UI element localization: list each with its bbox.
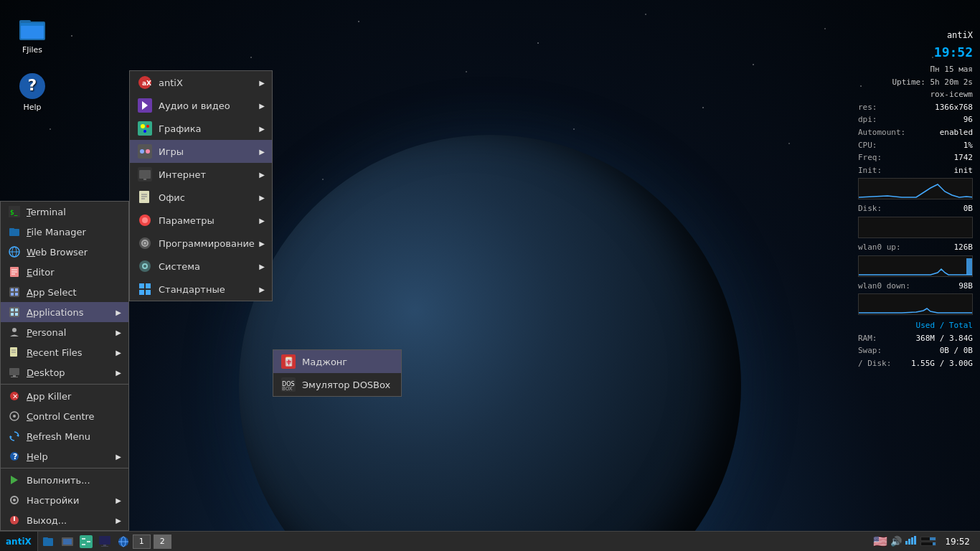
- svg-rect-73: [139, 283, 144, 288]
- graphics-icon: [137, 121, 153, 136]
- svg-rect-19: [11, 288, 14, 291]
- help-icon: ?: [18, 72, 47, 100]
- svg-marker-43: [11, 476, 18, 484]
- dosbox-icon: DOSBOX: [281, 377, 296, 392]
- standard-icon: [137, 281, 153, 297]
- cpu-graph: [858, 178, 973, 199]
- app-select-icon: [8, 286, 21, 298]
- menu-separator-1: [1, 384, 128, 385]
- svg-rect-32: [9, 368, 19, 375]
- sysinfo-init: Init: init: [858, 164, 973, 177]
- menu-item-logout[interactable]: Выход... ▶: [1, 510, 128, 530]
- submenu-item-internet[interactable]: Интернет ▶: [130, 163, 272, 186]
- submenu-item-graphics[interactable]: Графика ▶: [130, 117, 272, 140]
- submenu-item-params[interactable]: Параметры ▶: [130, 209, 272, 232]
- menu-item-app-killer[interactable]: ✕ App Killer: [1, 386, 128, 406]
- help-menu-icon: ?: [8, 450, 21, 463]
- svg-text:$_: $_: [10, 209, 18, 216]
- svg-rect-10: [9, 228, 14, 231]
- submenu-item-system[interactable]: Система ▶: [130, 255, 272, 278]
- menu-item-settings[interactable]: Настройки ▶: [1, 490, 128, 510]
- menu-separator-2: [1, 468, 128, 468]
- sysinfo-dpi: dpi: 96: [858, 113, 973, 126]
- taskbar-network-icon[interactable]: [905, 535, 918, 547]
- sysinfo-date: Пн 15 мая: [858, 63, 973, 76]
- svg-rect-24: [11, 309, 14, 311]
- menu-item-desktop[interactable]: Desktop ▶: [1, 362, 128, 382]
- desktop-menu-arrow: ▶: [116, 369, 121, 377]
- graphics-arrow: ▶: [259, 125, 265, 133]
- sysinfo-uptime: Uptime: 5h 20m 2s: [858, 76, 973, 89]
- taskbar-flag[interactable]: 🇺🇸: [873, 534, 887, 548]
- applications-arrow: ▶: [116, 309, 121, 316]
- taskbar: antiX 1 2 🇺🇸: [0, 531, 980, 551]
- taskbar-workspace-1[interactable]: 1: [133, 534, 151, 549]
- menu-item-recent-files[interactable]: Recent Files ▶: [1, 342, 128, 362]
- taskbar-icon-monitor[interactable]: [97, 534, 113, 550]
- games-submenu: 🀄 Маджонг DOSBOX Эмулятор DOSBox: [273, 349, 402, 397]
- sysinfo-time: 19:52: [858, 42, 973, 63]
- terminal-icon: $_: [8, 205, 21, 218]
- taskbar-quick-launch: [41, 534, 131, 550]
- menu-item-file-manager[interactable]: File Manager: [1, 222, 128, 242]
- control-centre-icon: [8, 410, 21, 423]
- menu-item-personal[interactable]: Personal ▶: [1, 322, 128, 342]
- submenu-item-games[interactable]: Игры ▶: [130, 140, 272, 163]
- games-icon: [137, 143, 153, 159]
- personal-icon: [8, 326, 21, 339]
- submenu-item-programming[interactable]: Программирование ▶: [130, 232, 272, 255]
- menu-item-control-centre[interactable]: Control Centre: [1, 406, 128, 426]
- antix-arrow: ▶: [259, 79, 265, 87]
- taskbar-start-button[interactable]: antiX: [0, 532, 38, 551]
- programming-arrow: ▶: [259, 240, 265, 248]
- office-arrow: ▶: [259, 194, 265, 202]
- taskbar-workspace-2[interactable]: 2: [154, 534, 171, 549]
- submenu-item-standard[interactable]: Стандартные ▶: [130, 278, 272, 301]
- svg-rect-60: [139, 170, 151, 179]
- desktop-icon-help[interactable]: ? Help: [7, 72, 57, 112]
- submenu-item-office[interactable]: Офис ▶: [130, 186, 272, 209]
- svg-point-45: [13, 499, 16, 501]
- sysinfo-wlan-down: wlan0 down: 98B: [858, 280, 973, 293]
- taskbar-icon-files[interactable]: [41, 534, 57, 550]
- submenu-item-antix[interactable]: aX antiX ▶: [130, 71, 272, 94]
- svg-rect-27: [15, 313, 18, 316]
- menu-item-editor[interactable]: Editor: [1, 262, 128, 282]
- menu-item-run[interactable]: Выполнить...: [1, 470, 128, 490]
- sysinfo-wlan-up: wlan0 up: 126B: [858, 241, 973, 254]
- sysinfo-automount: Automount: enabled: [858, 126, 973, 139]
- games-submenu-item-mahjong[interactable]: 🀄 Маджонг: [273, 350, 401, 373]
- applications-icon: [8, 306, 21, 319]
- menu-item-help[interactable]: ? Help ▶: [1, 446, 128, 466]
- taskbar-icon-config[interactable]: [78, 534, 94, 550]
- web-browser-icon: [8, 245, 21, 258]
- menu-item-web-browser[interactable]: Web Browser: [1, 242, 128, 262]
- run-icon: [8, 474, 21, 486]
- menu-item-refresh-menu[interactable]: Refresh Menu: [1, 426, 128, 446]
- sysinfo-freq: Freq: 1742: [858, 151, 973, 164]
- logout-arrow: ▶: [116, 517, 121, 524]
- taskbar-volume-icon[interactable]: 🔊: [890, 536, 902, 547]
- svg-rect-47: [14, 517, 15, 521]
- submenu-item-audio-video[interactable]: Аудио и видео ▶: [130, 94, 272, 117]
- sysinfo-ram: RAM: 368M / 3.84G: [858, 332, 973, 345]
- sysinfo-disk2: / Disk: 1.55G / 3.00G: [858, 357, 973, 370]
- taskbar-time: 19:52: [939, 537, 976, 547]
- desktop-icon-menu: [8, 366, 21, 379]
- wlan-down-graph: [858, 293, 973, 315]
- svg-rect-34: [11, 377, 18, 377]
- taskbar-icon-fm[interactable]: [60, 534, 75, 550]
- taskbar-icon-browser[interactable]: [116, 534, 131, 550]
- menu-item-terminal[interactable]: $_ Terminal: [1, 202, 128, 222]
- menu-item-applications[interactable]: Applications ▶: [1, 302, 128, 322]
- apps-submenu: aX antiX ▶ Аудио и видео ▶ Графика ▶: [129, 70, 273, 301]
- svg-rect-98: [911, 537, 913, 545]
- svg-point-38: [13, 415, 16, 418]
- games-submenu-item-dosbox[interactable]: DOSBOX Эмулятор DOSBox: [273, 373, 401, 396]
- menu-item-app-select[interactable]: App Select: [1, 282, 128, 302]
- disk-graph: [858, 217, 973, 238]
- desktop-icon-ffiles[interactable]: FJiles: [7, 14, 57, 55]
- svg-point-71: [139, 260, 151, 272]
- svg-rect-97: [908, 539, 910, 545]
- svg-rect-99: [914, 536, 916, 545]
